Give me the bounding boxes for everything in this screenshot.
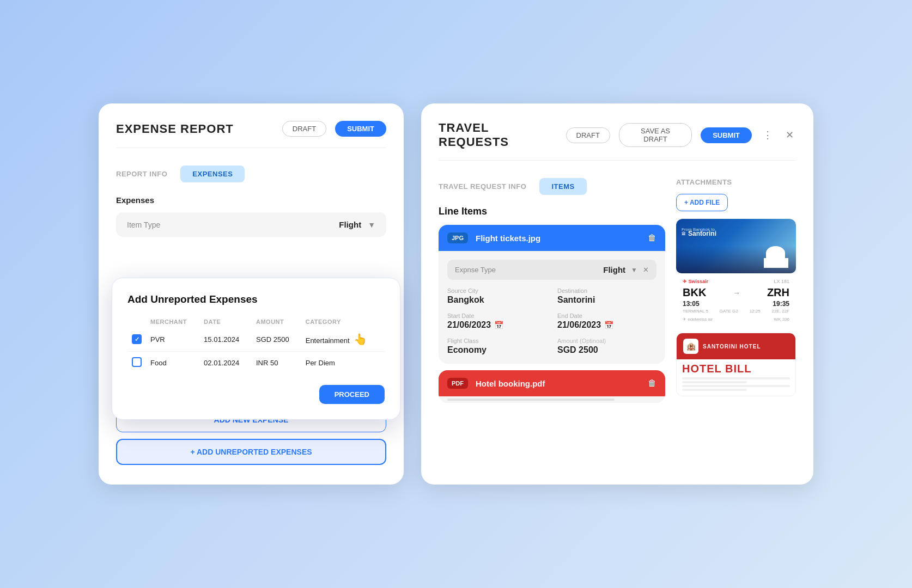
attachments-panel: ATTACHMENTS + ADD FILE From Bangkok to 🏛… <box>676 178 796 409</box>
row2-checkbox[interactable] <box>132 357 142 367</box>
flight-form: Expnse Type Flight ▼ ✕ Source City Bangk… <box>439 251 665 364</box>
amount-field: Amount (Optinoal) SGD 2500 <box>557 338 656 355</box>
departure-time: 13:05 <box>683 300 700 308</box>
bill-line-2 <box>682 385 790 387</box>
attachments-title: ATTACHMENTS <box>676 178 796 186</box>
calendar-end-icon[interactable]: 📅 <box>604 321 613 329</box>
start-date-value: 21/06/2023 📅 <box>447 320 546 330</box>
col-amount: AMOUNT <box>252 316 301 327</box>
row2-date: 02.01.2024 <box>199 352 252 375</box>
travel-submit-button[interactable]: SUBMIT <box>701 127 752 143</box>
hotel-bill-lines <box>682 377 790 391</box>
destination-field: Destination Santorini <box>557 287 656 305</box>
end-date-value: 21/06/2023 📅 <box>557 320 656 330</box>
row1-merchant: PVR <box>146 327 199 352</box>
bill-line-short <box>682 381 747 383</box>
tab-items[interactable]: ITEMS <box>539 178 586 195</box>
flight-class-value: Economy <box>447 345 546 355</box>
more-options-icon[interactable]: ⋮ <box>761 127 775 143</box>
tab-expenses[interactable]: EXPENSES <box>180 166 245 182</box>
chevron-down-icon: ▼ <box>368 220 375 229</box>
col-date: DATE <box>199 316 252 327</box>
travel-requests-panel: TRAVEL REQUESTS DRAFT SAVE AS DRAFT SUBM… <box>421 103 813 485</box>
departure-code: BKK <box>683 286 706 299</box>
popup-title: Add Unreported Expenses <box>127 293 385 305</box>
expense-tabs: REPORT INFO EXPENSES <box>116 166 386 182</box>
seat: 22E, 22F <box>772 309 789 314</box>
arrival-code: ZRH <box>767 286 789 299</box>
row2-category: Per Diem <box>301 352 385 375</box>
amount-value: SGD 2500 <box>557 345 656 355</box>
hotel-trash-icon[interactable]: 🗑 <box>648 378 656 388</box>
row1-date: 15.01.2024 <box>199 327 252 352</box>
jpg-badge: JPG <box>447 232 468 243</box>
source-city-value: Bangkok <box>447 295 546 305</box>
expense-report-panel: EXPENSE REPORT DRAFT SUBMIT REPORT INFO … <box>99 103 404 485</box>
flight-file-item: JPG Flight tickets.jpg 🗑 Expnse Type Fli… <box>439 225 665 364</box>
expense-submit-button[interactable]: SUBMIT <box>335 121 386 137</box>
bill-line-short-2 <box>682 389 747 391</box>
santorini-attachment: From Bangkok to 🏛 Santorini ✈ Swissair L… <box>676 219 796 327</box>
chevron-down-icon: ▼ <box>631 266 637 274</box>
hotel-file-name: Hotel booking.pdf <box>476 379 640 388</box>
edelweiss-flight: WK 336 <box>774 317 789 322</box>
right-content: TRAVEL REQUEST INFO ITEMS Line Items JPG… <box>439 178 796 409</box>
travel-requests-header: TRAVEL REQUESTS DRAFT SAVE AS DRAFT SUBM… <box>439 121 796 161</box>
trash-icon[interactable]: 🗑 <box>648 233 656 243</box>
expense-type-label: Expnse Type <box>455 266 496 274</box>
flight-file-header: JPG Flight tickets.jpg 🗑 <box>439 225 665 251</box>
flight-class-field: Flight Class Economy <box>447 338 546 355</box>
row1-category: Entertainment 👆 <box>301 327 385 352</box>
line-items-title: Line Items <box>439 206 665 217</box>
expense-report-title: EXPENSE REPORT <box>116 122 234 136</box>
santorini-image: From Bangkok to 🏛 Santorini <box>676 219 796 273</box>
add-unreported-button[interactable]: + ADD UNREPORTED EXPENSES <box>116 439 386 465</box>
expense-draft-button[interactable]: DRAFT <box>282 121 326 137</box>
item-type-value: Flight <box>339 220 361 229</box>
santorini-label: Santorini <box>688 230 716 237</box>
travel-tabs: TRAVEL REQUEST INFO ITEMS <box>439 178 665 195</box>
swissair-logo: ✈ Swissair <box>683 279 708 284</box>
expense-type-value: Flight <box>603 265 625 274</box>
hotel-name: SANTORINI HOTEL <box>703 344 761 350</box>
hotel-icon: 🏨 <box>683 339 698 354</box>
arrow-icon: → <box>733 289 740 297</box>
flight-class-label: Flight Class <box>447 338 546 344</box>
amount-label: Amount (Optinoal) <box>557 338 656 344</box>
travel-main: TRAVEL REQUEST INFO ITEMS Line Items JPG… <box>439 178 665 409</box>
end-date-label: End Date <box>557 313 656 319</box>
gate: GATE G2 <box>720 309 738 314</box>
edelweiss-airline: ✈ edelweiss air <box>683 317 713 322</box>
table-row: Food 02.01.2024 INR 50 Per Diem <box>127 352 385 375</box>
expense-type-row[interactable]: Expnse Type Flight ▼ ✕ <box>447 260 656 280</box>
row2-amount: INR 50 <box>252 352 301 375</box>
expense-table: MERCHANT DATE AMOUNT CATEGORY PVR 15.01.… <box>127 316 385 374</box>
flight-file-name: Flight tickets.jpg <box>476 234 640 243</box>
calendar-icon[interactable]: 📅 <box>494 321 503 329</box>
x-icon[interactable]: ✕ <box>643 266 649 274</box>
source-city-label: Source City <box>447 287 546 294</box>
unreported-expenses-popup: Add Unreported Expenses MERCHANT DATE AM… <box>112 278 400 420</box>
hotel-file-header: PDF Hotel booking.pdf 🗑 <box>439 370 665 396</box>
travel-draft-button[interactable]: DRAFT <box>566 127 610 143</box>
save-as-draft-button[interactable]: SAVE AS DRAFT <box>619 123 692 147</box>
row1-amount: SGD 2500 <box>252 327 301 352</box>
source-city-field: Source City Bangkok <box>447 287 546 305</box>
table-row: PVR 15.01.2024 SGD 2500 Entertainment 👆 <box>127 327 385 352</box>
destination-label: Destination <box>557 287 656 294</box>
destination-value: Santorini <box>557 295 656 305</box>
hotel-file-item: PDF Hotel booking.pdf 🗑 <box>439 370 665 403</box>
col-category: CATEGORY <box>301 316 385 327</box>
start-date-field: Start Date 21/06/2023 📅 <box>447 313 546 330</box>
tab-report-info[interactable]: REPORT INFO <box>116 168 167 180</box>
proceed-button[interactable]: PROCEED <box>319 385 385 404</box>
close-icon[interactable]: ✕ <box>783 127 796 143</box>
item-type-row[interactable]: Item Type Flight ▼ <box>116 212 386 237</box>
tab-travel-request-info[interactable]: TRAVEL REQUEST INFO <box>439 180 526 193</box>
add-file-button[interactable]: + ADD FILE <box>676 194 728 211</box>
hotel-bill-title: HOTEL BILL <box>682 363 790 375</box>
row1-checkbox[interactable] <box>132 334 142 344</box>
travel-requests-title: TRAVEL REQUESTS <box>439 121 557 149</box>
hotel-card-header: 🏨 SANTORINI HOTEL <box>677 333 795 359</box>
col-merchant: MERCHANT <box>146 316 199 327</box>
